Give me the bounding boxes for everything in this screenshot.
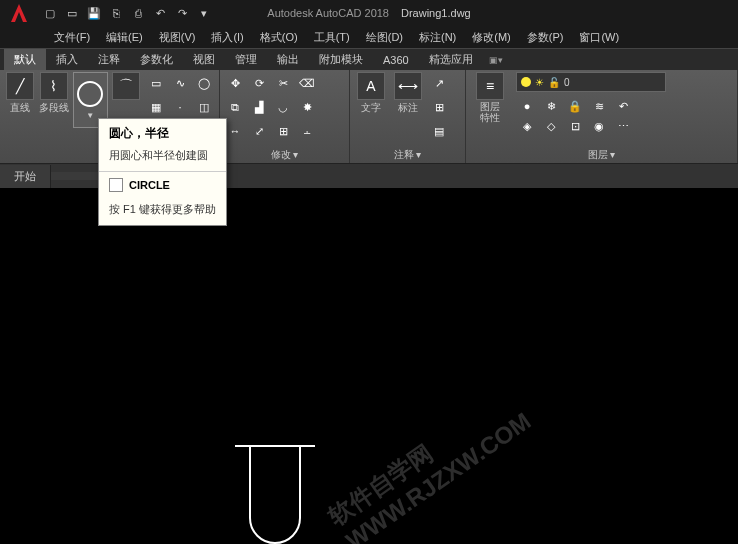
layers-icon: ≡ (476, 72, 504, 100)
menu-tools[interactable]: 工具(T) (306, 28, 358, 47)
panel-label-layers[interactable]: 图层 ▾ (470, 147, 733, 163)
title-bar: ▢ ▭ 💾 ⎘ ⎙ ↶ ↷ ▾ Autodesk AutoCAD 2018 Dr… (0, 0, 738, 26)
arc-icon: ⌒ (112, 72, 140, 100)
tab-insert[interactable]: 插入 (46, 49, 88, 70)
circle-tooltip: 圆心，半径 用圆心和半径创建圆 CIRCLE 按 F1 键获得更多帮助 (98, 118, 227, 226)
layer-uniso-icon[interactable]: ◇ (540, 115, 562, 137)
redo-icon[interactable]: ↷ (172, 3, 192, 23)
menu-edit[interactable]: 编辑(E) (98, 28, 151, 47)
erase-icon[interactable]: ⌫ (296, 72, 318, 94)
tab-default[interactable]: 默认 (4, 49, 46, 70)
plot-icon[interactable]: ⎙ (128, 3, 148, 23)
arc-button[interactable]: ⌒ (111, 72, 142, 100)
command-icon (109, 178, 123, 192)
point-icon[interactable]: · (169, 96, 191, 118)
open-icon[interactable]: ▭ (62, 3, 82, 23)
table-icon[interactable]: ⊞ (428, 96, 450, 118)
line-button[interactable]: ╱ 直线 (4, 72, 35, 115)
tab-annotate[interactable]: 注释 (88, 49, 130, 70)
move-icon[interactable]: ✥ (224, 72, 246, 94)
file-name: Drawing1.dwg (401, 7, 471, 19)
lock-icon: 🔓 (548, 77, 560, 88)
layer-state-icon[interactable]: ⊡ (564, 115, 586, 137)
text-icon: A (357, 72, 385, 100)
menu-modify[interactable]: 修改(M) (464, 28, 519, 47)
stretch-icon[interactable]: ↔ (224, 120, 246, 142)
layer-tools: ● ❄ 🔒 ≋ ↶ ◈ ◇ ⊡ ◉ ⋯ (516, 95, 666, 133)
bulb-icon (521, 77, 531, 87)
tooltip-title: 圆心，半径 (99, 119, 226, 148)
menu-draw[interactable]: 绘图(D) (358, 28, 411, 47)
region-icon[interactable]: ◫ (193, 96, 215, 118)
polyline-icon: ⌇ (40, 72, 68, 100)
layer-walk-icon[interactable]: ◉ (588, 115, 610, 137)
tooltip-command: CIRCLE (99, 172, 226, 198)
rotate-icon[interactable]: ⟳ (248, 72, 270, 94)
circle-icon (77, 81, 103, 107)
tab-parametric[interactable]: 参数化 (130, 49, 183, 70)
leader-icon[interactable]: ↗ (428, 72, 450, 94)
polyline-button[interactable]: ⌇ 多段线 (38, 72, 69, 115)
mtext-icon[interactable]: ▤ (428, 120, 450, 142)
app-name: Autodesk AutoCAD 2018 (267, 7, 389, 19)
new-icon[interactable]: ▢ (40, 3, 60, 23)
modify-grid: ✥ ⟳ ✂ ⌫ ⧉ ▟ ◡ ✸ ↔ ⤢ ⊞ ⫠ (224, 72, 318, 142)
layer-prev-icon[interactable]: ↶ (612, 95, 634, 117)
mirror-icon[interactable]: ▟ (248, 96, 270, 118)
menu-bar: 文件(F) 编辑(E) 视图(V) 插入(I) 格式(O) 工具(T) 绘图(D… (0, 26, 738, 48)
drawing-canvas[interactable]: 软件自学网 WWW.RJZXW.COM (0, 188, 738, 544)
app-logo[interactable] (4, 2, 34, 24)
tab-a360[interactable]: A360 (373, 51, 419, 69)
layer-lock-icon[interactable]: 🔒 (564, 95, 586, 117)
dimension-button[interactable]: ⟷ 标注 (391, 72, 425, 115)
scale-icon[interactable]: ⤢ (248, 120, 270, 142)
menu-insert[interactable]: 插入(I) (203, 28, 251, 47)
save-icon[interactable]: 💾 (84, 3, 104, 23)
qat-dropdown-icon[interactable]: ▾ (194, 3, 214, 23)
ellipse-icon[interactable]: ◯ (193, 72, 215, 94)
panel-annotation: A 文字 ⟷ 标注 ↗ ⊞ ▤ 注释 ▾ (350, 70, 466, 163)
spline-icon[interactable]: ∿ (169, 72, 191, 94)
menu-dim[interactable]: 标注(N) (411, 28, 464, 47)
draw-flyout: ▭ ∿ ◯ ▦ · ◫ (145, 72, 215, 118)
layer-freeze-icon[interactable]: ❄ (540, 95, 562, 117)
array-icon[interactable]: ⊞ (272, 120, 294, 142)
tab-output[interactable]: 输出 (267, 49, 309, 70)
tooltip-description: 用圆心和半径创建圆 (99, 148, 226, 171)
menu-window[interactable]: 窗口(W) (571, 28, 627, 47)
tab-overflow-icon[interactable]: ▣▾ (483, 55, 509, 65)
menu-file[interactable]: 文件(F) (46, 28, 98, 47)
panel-layers: ≡ 图层 特性 ☀ 🔓 0 ● ❄ 🔒 ≋ ↶ (466, 70, 738, 163)
menu-format[interactable]: 格式(O) (252, 28, 306, 47)
layer-off-icon[interactable]: ● (516, 95, 538, 117)
drawing-content (195, 408, 395, 544)
layer-dropdown[interactable]: ☀ 🔓 0 (516, 72, 666, 92)
saveas-icon[interactable]: ⎘ (106, 3, 126, 23)
offset-icon[interactable]: ⫠ (296, 120, 318, 142)
menu-view[interactable]: 视图(V) (151, 28, 204, 47)
tab-view[interactable]: 视图 (183, 49, 225, 70)
tab-featured[interactable]: 精选应用 (419, 49, 483, 70)
tab-manage[interactable]: 管理 (225, 49, 267, 70)
tab-start[interactable]: 开始 (0, 165, 51, 188)
window-title: Autodesk AutoCAD 2018 Drawing1.dwg (267, 7, 470, 19)
panel-label-annotation[interactable]: 注释 ▾ (354, 147, 461, 163)
layer-properties-button[interactable]: ≡ 图层 特性 (470, 72, 510, 123)
undo-icon[interactable]: ↶ (150, 3, 170, 23)
text-button[interactable]: A 文字 (354, 72, 388, 115)
dimension-icon: ⟷ (394, 72, 422, 100)
fillet-icon[interactable]: ◡ (272, 96, 294, 118)
menu-param[interactable]: 参数(P) (519, 28, 572, 47)
trim-icon[interactable]: ✂ (272, 72, 294, 94)
layer-more-icon[interactable]: ⋯ (612, 115, 634, 137)
sun-icon: ☀ (535, 77, 544, 88)
layer-match-icon[interactable]: ≋ (588, 95, 610, 117)
panel-label-modify[interactable]: 修改 ▾ (224, 147, 345, 163)
copy-icon[interactable]: ⧉ (224, 96, 246, 118)
explode-icon[interactable]: ✸ (296, 96, 318, 118)
hatch-icon[interactable]: ▦ (145, 96, 167, 118)
rect-icon[interactable]: ▭ (145, 72, 167, 94)
quick-access-toolbar: ▢ ▭ 💾 ⎘ ⎙ ↶ ↷ ▾ (40, 3, 214, 23)
tab-addins[interactable]: 附加模块 (309, 49, 373, 70)
layer-iso-icon[interactable]: ◈ (516, 115, 538, 137)
